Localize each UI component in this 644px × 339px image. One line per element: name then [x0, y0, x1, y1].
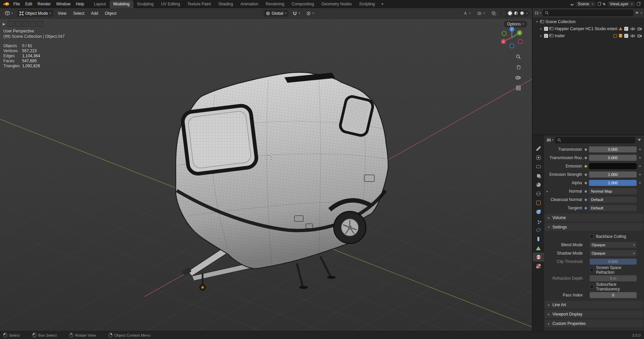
zoom-icon[interactable] — [515, 53, 522, 60]
socket-icon[interactable] — [584, 190, 587, 193]
tab-tool[interactable] — [533, 144, 544, 153]
menu-help[interactable]: Help — [73, 1, 87, 7]
tab-view-layer[interactable] — [533, 171, 544, 180]
tab-geometry-nodes[interactable]: Geometry Nodes — [318, 0, 356, 8]
properties-search-input[interactable] — [555, 137, 635, 143]
emission-strength-field[interactable]: 1.000 — [589, 172, 637, 178]
panel-viewport-display[interactable]: ▸Viewport Display — [545, 310, 643, 318]
disable-render-camera-icon[interactable] — [637, 27, 642, 30]
viewport-menu-add[interactable]: Add — [89, 10, 100, 17]
collection-checkbox[interactable]: ✓ — [544, 27, 548, 31]
select-mode-icon-3[interactable] — [22, 21, 29, 27]
viewport-menu-object[interactable]: Object — [103, 10, 119, 17]
select-mode-icon-4[interactable] — [30, 21, 36, 27]
clearcoat-normal-field[interactable]: Default — [589, 197, 637, 203]
outliner-editor-type-button[interactable]: ▾ — [535, 11, 541, 15]
keyframe-decorator[interactable] — [639, 174, 641, 176]
hide-eye-icon[interactable] — [630, 34, 635, 38]
outliner-row-trailer[interactable]: ▸ ✓ trailer 1 ✓ — [533, 32, 644, 39]
keyframe-decorator[interactable] — [639, 182, 641, 184]
scene-selector[interactable]: Scene × — [575, 1, 596, 7]
collection-checkbox[interactable]: ✓ — [544, 34, 548, 38]
tab-object-data[interactable] — [533, 244, 544, 253]
tab-texture[interactable] — [533, 262, 544, 271]
keyframe-decorator[interactable] — [639, 165, 641, 167]
panel-settings[interactable]: ▾Settings — [545, 223, 643, 231]
viewport-3d[interactable]: ▾ Object Mode ▾ View Select Add Object G… — [0, 8, 532, 331]
hide-eye-icon[interactable] — [630, 27, 635, 30]
tab-scene[interactable] — [533, 180, 544, 189]
tab-render[interactable] — [533, 153, 544, 162]
emission-color-swatch[interactable] — [589, 163, 637, 169]
clip-threshold-slider[interactable]: 0.500 — [590, 259, 637, 265]
show-overlays-toggle[interactable]: ▾ — [475, 10, 487, 17]
select-mode-icon-5[interactable] — [37, 21, 43, 27]
tab-rendering[interactable]: Rendering — [262, 0, 288, 8]
properties-filter-icon[interactable] — [638, 139, 641, 141]
add-workspace-button[interactable]: + — [379, 0, 386, 8]
navigation-gizmo[interactable]: Z Y X — [500, 25, 524, 51]
viewlayer-browse-icon[interactable] — [602, 2, 606, 6]
properties-editor-type-button[interactable]: ▾ — [547, 138, 553, 142]
tab-compositing[interactable]: Compositing — [288, 0, 318, 8]
toggle-ortho-icon[interactable] — [515, 84, 522, 91]
pan-hand-icon[interactable] — [515, 63, 522, 71]
front-window[interactable] — [182, 105, 258, 175]
tab-output[interactable] — [533, 162, 544, 171]
shading-material-button[interactable] — [514, 11, 518, 15]
new-scene-icon[interactable] — [598, 2, 601, 6]
disclosure-icon[interactable]: ▸ — [539, 34, 543, 38]
transform-orientation-dropdown[interactable]: Global ▾ — [264, 10, 289, 17]
normal-disclosure-icon[interactable]: ▸ — [545, 190, 549, 193]
tab-constraints[interactable] — [533, 234, 544, 244]
scene-unlink-icon[interactable]: × — [591, 2, 593, 6]
viewlayer-unlink-icon[interactable]: × — [631, 2, 633, 6]
outliner-filter-icon[interactable] — [635, 12, 639, 14]
socket-icon[interactable] — [584, 173, 587, 176]
tab-object[interactable] — [533, 198, 544, 207]
selectable-checkbox[interactable]: ✓ — [624, 27, 628, 31]
tab-animation[interactable]: Animation — [237, 0, 262, 8]
menu-window[interactable]: Window — [53, 1, 73, 7]
editor-type-button[interactable]: ▾ — [3, 10, 15, 17]
menu-render[interactable]: Render — [35, 1, 53, 7]
tab-modeling[interactable]: Modeling — [110, 0, 133, 8]
camera-view-icon[interactable] — [515, 74, 522, 81]
mode-dropdown[interactable]: Object Mode ▾ — [17, 10, 53, 17]
outliner-search-input[interactable] — [543, 10, 633, 16]
socket-icon[interactable] — [584, 156, 587, 159]
outliner-row-scene-collection[interactable]: ▾ Scene Collection — [533, 18, 644, 25]
keyframe-decorator[interactable] — [639, 157, 641, 159]
keyframe-decorator[interactable] — [639, 149, 641, 150]
disable-render-camera-icon[interactable] — [637, 34, 642, 38]
shading-solid-button[interactable] — [508, 11, 512, 15]
socket-icon[interactable] — [584, 198, 587, 201]
select-mode-icon-2[interactable] — [15, 21, 21, 27]
tab-shading[interactable]: Shading — [215, 0, 237, 8]
socket-icon[interactable] — [584, 165, 587, 168]
scene-browse-icon[interactable] — [570, 2, 574, 6]
transmission-roughness-field[interactable]: 0.000 — [589, 155, 637, 161]
panel-custom-properties[interactable]: ▸Custom Properties — [545, 320, 643, 327]
snap-toggle[interactable]: ▾ — [290, 10, 302, 17]
panel-volume[interactable]: ▸Volume — [545, 214, 643, 221]
blend-mode-dropdown[interactable]: Opaque▾ — [590, 242, 637, 248]
subsurface-translucency-checkbox[interactable] — [590, 285, 594, 289]
tab-scripting[interactable]: Scripting — [356, 0, 379, 8]
tab-texture-paint[interactable]: Texture Paint — [184, 0, 215, 8]
socket-icon[interactable] — [584, 207, 587, 210]
screen-space-refraction-checkbox[interactable] — [590, 268, 594, 272]
tab-particles[interactable] — [533, 216, 544, 225]
blender-logo-icon[interactable] — [3, 2, 9, 6]
socket-icon[interactable] — [584, 182, 587, 185]
tab-modifiers[interactable] — [533, 207, 544, 216]
camper-model[interactable] — [176, 72, 388, 290]
tab-uv-editing[interactable]: UV Editing — [157, 0, 184, 8]
tab-physics[interactable] — [533, 225, 544, 234]
pass-index-field[interactable]: 0 — [590, 292, 637, 298]
gizmo-y-label[interactable]: Y — [519, 31, 521, 35]
shading-wireframe-button[interactable] — [502, 11, 506, 15]
tab-world[interactable] — [533, 189, 544, 198]
disclosure-icon[interactable]: ▾ — [535, 20, 539, 23]
outliner-filter-dropdown-icon[interactable]: ▾ — [641, 12, 642, 14]
